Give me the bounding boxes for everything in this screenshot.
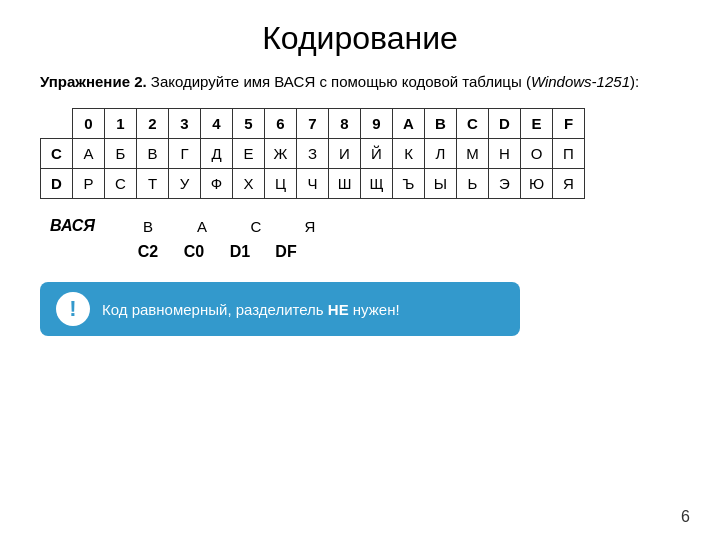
exercise-italic: Windows-1251 (531, 73, 630, 90)
cell-C6: Ж (265, 138, 297, 168)
cell-C8: И (329, 138, 361, 168)
col-header-B: B (425, 108, 457, 138)
cell-DC: Ь (457, 168, 489, 198)
vasya-letter-3: Я (292, 215, 328, 239)
cell-C1: Б (105, 138, 137, 168)
cell-DD: Э (489, 168, 521, 198)
vasya-code-2: D1 (222, 239, 258, 265)
cell-C5: Е (233, 138, 265, 168)
vasya-letter-0: В (130, 215, 166, 239)
col-header-3: 3 (169, 108, 201, 138)
note-box: ! Код равномерный, разделитель НЕ нужен! (40, 282, 520, 336)
note-text-before: Код равномерный, разделитель (102, 301, 328, 318)
cell-C7: З (297, 138, 329, 168)
col-header-2: 2 (137, 108, 169, 138)
exclamation-icon: ! (56, 292, 90, 326)
col-header-A: A (393, 108, 425, 138)
cell-C4: Д (201, 138, 233, 168)
table-corner (41, 108, 73, 138)
cell-D1: С (105, 168, 137, 198)
table-row-C: C А Б В Г Д Е Ж З И Й К Л М Н О П (41, 138, 585, 168)
table-header-row: 0 1 2 3 4 5 6 7 8 9 A B C D E F (41, 108, 585, 138)
cell-D9: Щ (361, 168, 393, 198)
exercise-label: Упражнение 2. (40, 73, 147, 90)
col-header-F: F (553, 108, 585, 138)
exercise-text: Упражнение 2. Закодируйте имя ВАСЯ с пом… (40, 71, 680, 94)
page: Кодирование Упражнение 2. Закодируйте им… (0, 0, 720, 540)
note-bold: НЕ (328, 301, 349, 318)
row-label-D: D (41, 168, 73, 198)
cell-CB: Л (425, 138, 457, 168)
col-header-9: 9 (361, 108, 393, 138)
vasya-label: ВАСЯ (50, 217, 110, 235)
vasya-section: ВАСЯ В А С Я C2 C0 D1 DF (50, 215, 680, 265)
cell-CC: М (457, 138, 489, 168)
vasya-letter-1: А (184, 215, 220, 239)
encoding-table-container: 0 1 2 3 4 5 6 7 8 9 A B C D E F C А Б (40, 108, 680, 199)
note-text: Код равномерный, разделитель НЕ нужен! (102, 301, 400, 318)
vasya-letter-2: С (238, 215, 274, 239)
cell-D2: Т (137, 168, 169, 198)
col-header-D: D (489, 108, 521, 138)
cell-CF: П (553, 138, 585, 168)
cell-DF: Я (553, 168, 585, 198)
col-header-4: 4 (201, 108, 233, 138)
vasya-code-0: C2 (130, 239, 166, 265)
exercise-end: ): (630, 73, 639, 90)
page-title: Кодирование (40, 20, 680, 57)
note-text-after: нужен! (349, 301, 400, 318)
col-header-E: E (521, 108, 553, 138)
table-row-D: D Р С Т У Ф Х Ц Ч Ш Щ Ъ Ы Ь Э Ю Я (41, 168, 585, 198)
row-label-C: C (41, 138, 73, 168)
cell-CD: Н (489, 138, 521, 168)
vasya-code-1: C0 (176, 239, 212, 265)
col-header-8: 8 (329, 108, 361, 138)
col-header-0: 0 (73, 108, 105, 138)
cell-D5: Х (233, 168, 265, 198)
vasya-code-3: DF (268, 239, 304, 265)
cell-D0: Р (73, 168, 105, 198)
cell-C9: Й (361, 138, 393, 168)
exercise-body: Закодируйте имя ВАСЯ с помощью кодовой т… (147, 73, 531, 90)
cell-DB: Ы (425, 168, 457, 198)
col-header-5: 5 (233, 108, 265, 138)
cell-C2: В (137, 138, 169, 168)
vasya-codes: В А С Я C2 C0 D1 DF (130, 215, 328, 265)
cell-D7: Ч (297, 168, 329, 198)
cell-D8: Ш (329, 168, 361, 198)
cell-DA: Ъ (393, 168, 425, 198)
col-header-C: C (457, 108, 489, 138)
vasya-hex-row: C2 C0 D1 DF (130, 239, 328, 265)
col-header-6: 6 (265, 108, 297, 138)
col-header-1: 1 (105, 108, 137, 138)
cell-C0: А (73, 138, 105, 168)
cell-D4: Ф (201, 168, 233, 198)
cell-DE: Ю (521, 168, 553, 198)
vasya-letters-row: В А С Я (130, 215, 328, 239)
cell-C3: Г (169, 138, 201, 168)
cell-CA: К (393, 138, 425, 168)
page-number: 6 (681, 508, 690, 526)
encoding-table: 0 1 2 3 4 5 6 7 8 9 A B C D E F C А Б (40, 108, 585, 199)
cell-D3: У (169, 168, 201, 198)
cell-D6: Ц (265, 168, 297, 198)
col-header-7: 7 (297, 108, 329, 138)
cell-CE: О (521, 138, 553, 168)
